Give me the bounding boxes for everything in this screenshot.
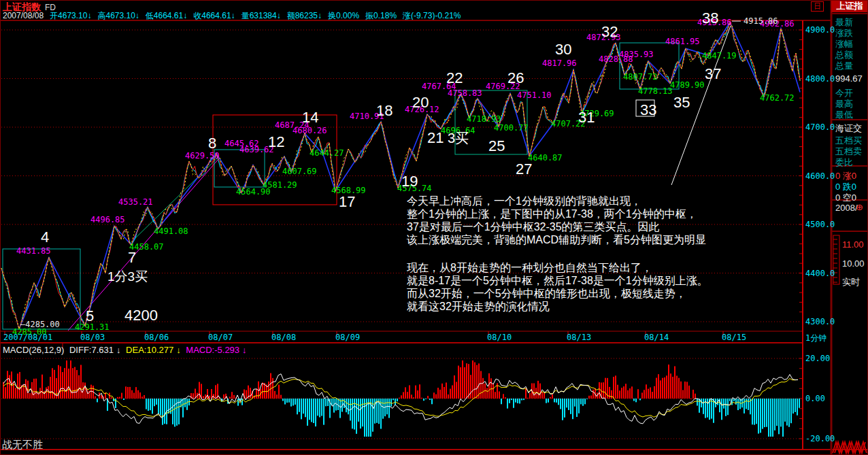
price-label-high: 4496.85 [90,215,125,224]
price-label-high: 4817.96 [542,58,577,68]
swing-point-label: 26 [507,69,524,87]
sidebar-title[interactable]: 上证指 [831,0,868,12]
x-axis-date: 08/06 [144,333,169,342]
sidebar-field: 最低 [835,109,853,121]
y-axis-tick: 4300.0 [805,317,835,326]
swing-point-label: 37 [705,65,721,83]
y-axis-tick: 4700.0 [805,122,835,132]
y-axis-tick: 4400.0 [805,269,835,278]
swing-point-label: 7 [128,249,136,267]
swing-point-label: 30 [555,41,571,58]
swing-point-label: 32 [601,23,618,41]
sidebar-field: 11.00 [842,239,864,250]
price-label-low: 4607.69 [282,167,317,176]
sidebar-field: ⊕ [856,202,863,212]
y-axis-tick: 4600.0 [805,171,835,181]
y-axis-tick: 4500.0 [805,220,835,229]
swing-point-label: 33 [640,101,656,119]
price-label-high: 4751.10 [517,90,552,100]
price-callout: —4285.00 [20,320,60,329]
swing-point-label: 18 [376,102,393,120]
x-axis-date: 08/07 [208,333,233,342]
sidebar-field[interactable]: 实时 [842,276,860,288]
x-axis-date: 08/03 [80,333,105,342]
sidebar-field: 海证交 [835,122,862,135]
x-axis-date: 08/09 [335,333,360,342]
price-label-high: 4835.93 [619,50,654,59]
price-label-high: 4758.83 [448,88,482,98]
swing-point-label: 14 [302,109,318,127]
price-label-low: 4581.29 [263,180,297,190]
x-axis-date: 08/10 [487,333,512,342]
buy-point-note-3: 3买 [448,129,469,148]
macd-bar-value: MACD:-5.293 [186,345,239,355]
price-level-note: 4200 [124,307,158,324]
price-label-low: 4778.13 [638,86,673,96]
price-label-high: 4680.26 [293,126,327,135]
swing-point-label: 8 [208,135,216,152]
sidebar-field: 委比 [835,156,853,169]
x-axis-date: 2007/08/01 [3,333,52,342]
macd-axis-tick: 20.00 [805,354,830,363]
swing-point-label: 25 [488,137,505,155]
price-callout: 4915.86 [744,16,778,26]
timeframe-label[interactable]: 1分钟 [805,333,827,344]
swing-point-label: 35 [673,94,690,112]
y-axis-tick: 4800.0 [805,74,835,84]
price-label-high: 4629.59 [185,151,220,161]
price-label-low: 4762.72 [760,93,795,103]
swing-point-label: 22 [446,69,463,87]
x-axis-date: 08/14 [644,333,669,342]
swing-point-label: 27 [516,161,532,178]
price-label-low: 4789.90 [670,80,705,90]
swing-point-label: 4 [41,229,49,246]
swing-point-label: 12 [268,133,284,151]
sidebar-field: 10.00 [842,258,865,269]
swing-point-label: 31 [578,109,595,127]
macd-axis-tick: -20.00 [805,434,835,443]
price-label-high: 4431.85 [16,246,51,256]
swing-point-label: 17 [339,193,355,211]
swing-point-label: 5 [86,307,94,325]
sidebar-field: 2008/ [835,203,858,213]
x-axis-date: 08/15 [722,333,746,342]
swing-point-label: 19 [401,173,418,190]
buy-point-note-1: 1分3买 [107,268,148,286]
watermark-text: 战无不胜 [2,439,43,452]
macd-diff-value: DIFF:7.631 [69,345,114,355]
price-label-low: 4491.08 [154,226,188,236]
price-label-high: 4535.21 [118,197,153,207]
price-label-low: 4640.87 [528,153,563,163]
price-label-low: 4847.19 [702,51,737,61]
macd-title: MACD(26,12,9) [3,345,64,355]
price-label-low: 4718.93 [467,114,501,124]
price-label-low: 4644.27 [310,148,344,158]
sidebar-field: 994.67 [835,73,863,84]
macd-indicator-header: MACD(26,12,9) DIFF:7.631↓ DEA:10.277↓ MA… [3,345,250,355]
swing-point-label: 38 [702,10,718,27]
x-axis-date: 08/08 [271,333,296,342]
price-label-high: 4861.95 [665,37,700,46]
y-axis-tick: 4900.0 [805,25,835,35]
x-axis-date: 08/13 [567,333,591,342]
sidebar-field: 总量 [835,60,853,72]
analysis-text-2: 现在，从8开始走势的一种划分也自然当下给出了， 就是8-17是一个5分钟中枢，然… [407,261,708,313]
swing-point-label: 21 [427,129,444,147]
swing-point-label: 20 [412,94,429,112]
price-label-low: 4700.77 [494,123,529,133]
macd-axis-tick: 0.00 [805,394,825,403]
analysis-text-1: 今天早上冲高后，一个1分钟级别的背驰就出现， 整个1分钟的上涨，是下图中的从17… [407,195,706,246]
price-label-low: 4807.72 [623,72,658,82]
macd-dea-value: DEA:10.277 [126,345,173,355]
